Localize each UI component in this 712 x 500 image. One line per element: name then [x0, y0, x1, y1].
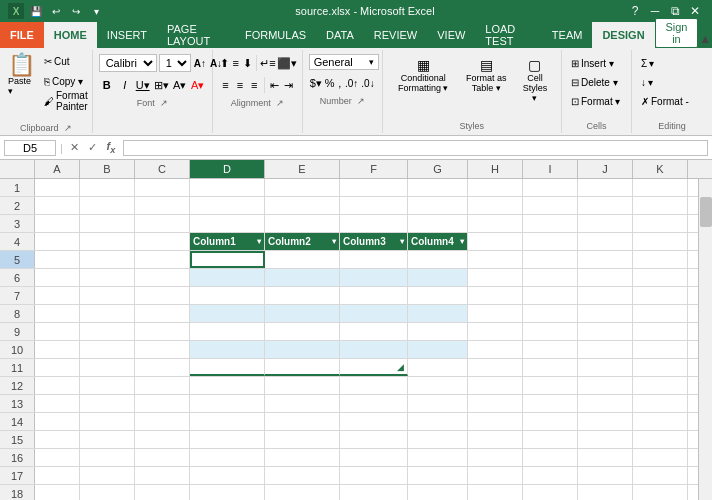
row-num-17[interactable]: 17 — [0, 467, 35, 484]
cell-a17[interactable] — [35, 467, 80, 484]
delete-button[interactable]: ⊟ Delete ▾ — [568, 73, 625, 91]
cell-l4[interactable] — [688, 233, 698, 250]
cell-c6[interactable] — [135, 269, 190, 286]
tab-data[interactable]: DATA — [316, 22, 364, 48]
cell-f4[interactable]: Column3 ▾ — [340, 233, 408, 250]
cell-k15[interactable] — [633, 431, 688, 448]
cell-f6[interactable] — [340, 269, 408, 286]
cell-c17[interactable] — [135, 467, 190, 484]
column4-dropdown-icon[interactable]: ▾ — [460, 237, 464, 246]
cell-f2[interactable] — [340, 197, 408, 214]
cell-c8[interactable] — [135, 305, 190, 322]
cell-j17[interactable] — [578, 467, 633, 484]
cell-b15[interactable] — [80, 431, 135, 448]
cell-d12[interactable] — [190, 377, 265, 394]
merge-button[interactable]: ⬛▾ — [278, 54, 296, 72]
enter-formula-button[interactable]: ✓ — [85, 141, 101, 154]
cell-h1[interactable] — [468, 179, 523, 196]
cell-i6[interactable] — [523, 269, 578, 286]
fill-color-button[interactable]: A▾ — [172, 76, 188, 94]
cell-h12[interactable] — [468, 377, 523, 394]
cell-e13[interactable] — [265, 395, 340, 412]
cell-h15[interactable] — [468, 431, 523, 448]
cell-i7[interactable] — [523, 287, 578, 304]
cell-j13[interactable] — [578, 395, 633, 412]
cell-h11[interactable] — [468, 359, 523, 376]
table-resize-handle[interactable]: ◢ — [397, 362, 404, 372]
cell-k7[interactable] — [633, 287, 688, 304]
currency-button[interactable]: $▾ — [309, 74, 323, 92]
format-button[interactable]: ⊡ Format ▾ — [568, 92, 625, 110]
cell-d16[interactable] — [190, 449, 265, 466]
cell-g17[interactable] — [408, 467, 468, 484]
cell-f17[interactable] — [340, 467, 408, 484]
clear-button[interactable]: ✗ Format - — [638, 92, 706, 110]
cell-i3[interactable] — [523, 215, 578, 232]
cell-e1[interactable] — [265, 179, 340, 196]
cell-k3[interactable] — [633, 215, 688, 232]
cell-d6[interactable] — [190, 269, 265, 286]
cell-a18[interactable] — [35, 485, 80, 500]
cell-l9[interactable] — [688, 323, 698, 340]
row-num-9[interactable]: 9 — [0, 323, 35, 340]
percent-button[interactable]: % — [324, 74, 336, 92]
cell-h13[interactable] — [468, 395, 523, 412]
cell-e14[interactable] — [265, 413, 340, 430]
cell-a2[interactable] — [35, 197, 80, 214]
cell-c14[interactable] — [135, 413, 190, 430]
cell-j6[interactable] — [578, 269, 633, 286]
cell-c11[interactable] — [135, 359, 190, 376]
cell-d17[interactable] — [190, 467, 265, 484]
cell-c3[interactable] — [135, 215, 190, 232]
cell-l1[interactable] — [688, 179, 698, 196]
cell-b8[interactable] — [80, 305, 135, 322]
row-num-1[interactable]: 1 — [0, 179, 35, 196]
cell-k13[interactable] — [633, 395, 688, 412]
row-num-6[interactable]: 6 — [0, 269, 35, 286]
cell-a7[interactable] — [35, 287, 80, 304]
cell-a5[interactable] — [35, 251, 80, 268]
cell-d13[interactable] — [190, 395, 265, 412]
cell-h17[interactable] — [468, 467, 523, 484]
align-left-button[interactable]: ≡ — [219, 76, 232, 94]
col-header-d[interactable]: D — [190, 160, 265, 178]
cell-styles-button[interactable]: ▢ Cell Styles ▾ — [515, 54, 555, 106]
cell-e12[interactable] — [265, 377, 340, 394]
cell-i9[interactable] — [523, 323, 578, 340]
cell-h6[interactable] — [468, 269, 523, 286]
cell-j3[interactable] — [578, 215, 633, 232]
cell-b9[interactable] — [80, 323, 135, 340]
border-button[interactable]: ⊞▾ — [153, 76, 170, 94]
cell-f18[interactable] — [340, 485, 408, 500]
cell-e3[interactable] — [265, 215, 340, 232]
cell-h16[interactable] — [468, 449, 523, 466]
column1-dropdown-icon[interactable]: ▾ — [257, 237, 261, 246]
ribbon-collapse-button[interactable]: ▲ — [698, 30, 712, 48]
cell-l12[interactable] — [688, 377, 698, 394]
cell-l7[interactable] — [688, 287, 698, 304]
cell-g18[interactable] — [408, 485, 468, 500]
cell-h10[interactable] — [468, 341, 523, 358]
cell-a6[interactable] — [35, 269, 80, 286]
cell-a14[interactable] — [35, 413, 80, 430]
cell-j11[interactable] — [578, 359, 633, 376]
cell-c4[interactable] — [135, 233, 190, 250]
cell-g5[interactable] — [408, 251, 468, 268]
tab-file[interactable]: FILE — [0, 22, 44, 48]
cell-j4[interactable] — [578, 233, 633, 250]
cell-k5[interactable] — [633, 251, 688, 268]
row-num-12[interactable]: 12 — [0, 377, 35, 394]
cell-g3[interactable] — [408, 215, 468, 232]
cell-e7[interactable] — [265, 287, 340, 304]
cell-j12[interactable] — [578, 377, 633, 394]
scrollbar-thumb-v[interactable] — [700, 197, 712, 227]
cell-i15[interactable] — [523, 431, 578, 448]
cell-f12[interactable] — [340, 377, 408, 394]
cell-i18[interactable] — [523, 485, 578, 500]
cell-k4[interactable] — [633, 233, 688, 250]
cell-b13[interactable] — [80, 395, 135, 412]
row-num-8[interactable]: 8 — [0, 305, 35, 322]
tab-home[interactable]: HOME — [44, 22, 97, 48]
cell-i17[interactable] — [523, 467, 578, 484]
cell-j1[interactable] — [578, 179, 633, 196]
